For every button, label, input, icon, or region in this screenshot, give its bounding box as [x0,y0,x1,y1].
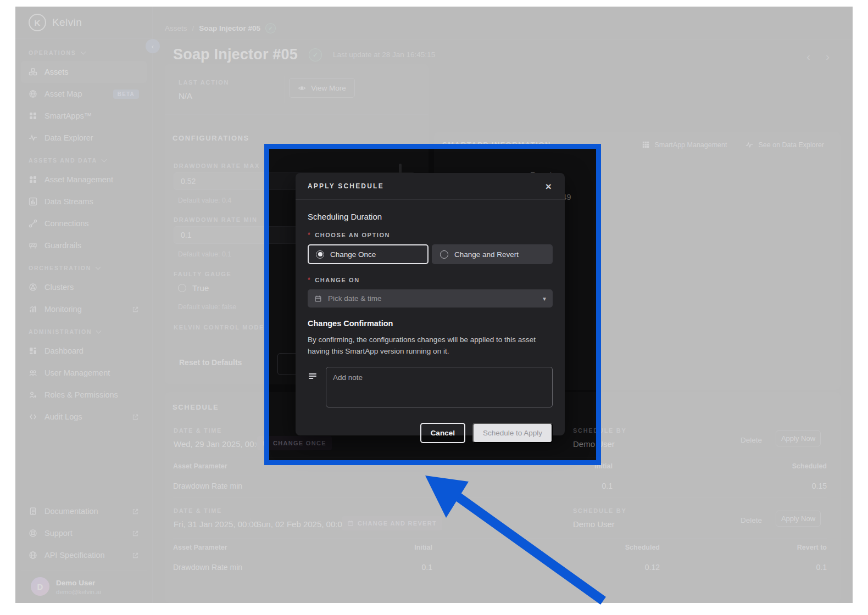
note-row [308,367,553,407]
add-note-input[interactable] [326,367,553,407]
schedule-to-apply-button[interactable]: Schedule to Apply [472,423,553,443]
confirmation-text: By confirming, the configurations change… [308,334,553,357]
radio-unselected-icon [440,250,448,259]
cancel-button[interactable]: Cancel [420,423,465,443]
date-placeholder: Pick date & time [328,294,382,303]
change-once-option[interactable]: Change Once [308,244,429,264]
modal-header: APPLY SCHEDULE × [296,173,565,200]
apply-schedule-modal: APPLY SCHEDULE × Scheduling Duration * C… [296,173,565,435]
calendar-icon [314,295,322,303]
scheduling-duration-heading: Scheduling Duration [308,212,553,221]
change-and-revert-option[interactable]: Change and Revert [432,244,553,264]
date-time-picker[interactable]: Pick date & time ▾ [308,289,553,308]
modal-footer: Cancel Schedule to Apply [308,423,553,443]
chevron-down-icon: ▾ [543,295,546,303]
app-window: K Kelvin OPERATIONS Assets Asset Map BET… [15,7,853,603]
choose-option-label: * CHOOSE AN OPTION [308,230,553,239]
required-marker: * [308,231,310,239]
modal-title: APPLY SCHEDULE [308,182,384,190]
change-on-label: * CHANGE ON [308,275,553,284]
close-icon[interactable]: × [546,181,553,192]
duration-options: Change Once Change and Revert [308,244,553,264]
required-marker: * [308,276,310,284]
modal-body: Scheduling Duration * CHOOSE AN OPTION C… [296,200,565,443]
radio-selected-icon [316,250,324,259]
note-lines-icon [308,371,318,381]
changes-confirmation-heading: Changes Confirmation [308,319,553,328]
